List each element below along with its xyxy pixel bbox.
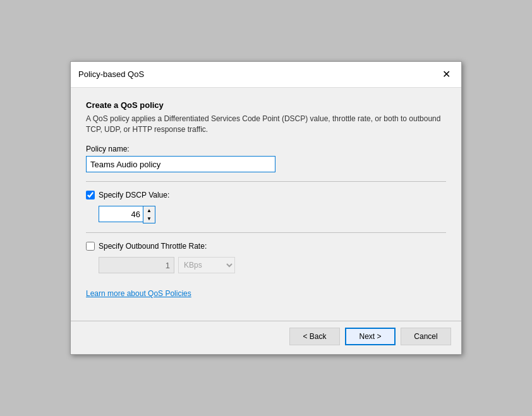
throttle-value-input[interactable] [99,257,174,273]
learn-more-section: Learn more about QoS Policies [86,288,446,298]
throttle-checkbox-row: Specify Outbound Throttle Rate: [86,242,446,251]
dialog-window: Policy-based QoS ✕ Create a QoS policy A… [70,61,462,355]
dialog-title: Policy-based QoS [78,69,144,79]
dscp-checkbox-row: Specify DSCP Value: [86,191,446,199]
throttle-checkbox-label[interactable]: Specify Outbound Throttle Rate: [99,242,207,251]
learn-more-link[interactable]: Learn more about QoS Policies [86,289,191,298]
dialog-content: Create a QoS policy A QoS policy applies… [71,88,461,314]
dscp-increment-button[interactable]: ▲ [143,206,155,215]
section-title: Create a QoS policy [86,100,446,110]
divider-2 [86,232,446,233]
back-button[interactable]: < Back [289,328,340,345]
throttle-checkbox[interactable] [86,242,95,251]
cancel-button[interactable]: Cancel [401,328,451,345]
throttle-input-row: KBps MBps GBps [99,257,446,273]
title-bar: Policy-based QoS ✕ [71,62,461,88]
button-row: < Back Next > Cancel [71,321,461,354]
dscp-value-input[interactable] [99,206,143,222]
description-text: A QoS policy applies a Differentiated Se… [86,114,446,135]
divider-1 [86,181,446,182]
throttle-unit-select[interactable]: KBps MBps GBps [178,257,235,273]
dscp-decrement-button[interactable]: ▼ [143,215,155,223]
dscp-spinner-container: ▲ ▼ [99,206,446,223]
policy-name-input[interactable] [86,156,275,172]
dscp-checkbox[interactable] [86,191,95,199]
next-button[interactable]: Next > [345,328,396,345]
dscp-checkbox-label[interactable]: Specify DSCP Value: [99,191,169,199]
dscp-spinner-buttons: ▲ ▼ [143,206,155,223]
close-button[interactable]: ✕ [438,67,454,82]
policy-name-label: Policy name: [86,145,446,153]
